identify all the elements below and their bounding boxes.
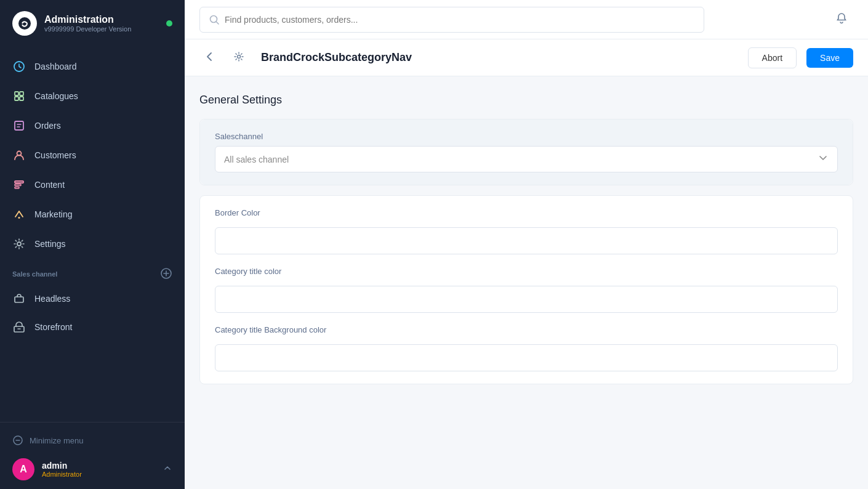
storefront-icon (12, 320, 26, 334)
sidebar-item-customers[interactable]: Customers (0, 140, 185, 170)
abort-button[interactable]: Abort (748, 47, 797, 68)
search-icon (209, 14, 220, 25)
sidebar-item-label: Marketing (34, 209, 72, 219)
sidebar-item-settings[interactable]: Settings (0, 229, 185, 259)
content-icon (12, 178, 26, 192)
sidebar-item-label: Settings (34, 239, 66, 249)
app-logo (12, 11, 37, 36)
svg-point-0 (18, 17, 31, 30)
category-title-bg-color-field: Category title Background color (215, 325, 838, 371)
minimize-label: Minimize menu (30, 436, 83, 445)
sidebar-item-label: Content (34, 180, 65, 190)
minimize-menu-button[interactable]: Minimize menu (12, 431, 172, 450)
svg-point-18 (238, 55, 241, 59)
svg-point-17 (211, 15, 217, 22)
app-version: v9999999 Developer Version (44, 25, 159, 33)
page-settings-button[interactable] (229, 47, 249, 68)
sidebar-nav: Dashboard Catalogues Orders Customers (0, 47, 185, 422)
svg-rect-4 (15, 97, 18, 100)
page-title: BrandCrockSubcategoryNav (261, 51, 738, 64)
category-title-color-input[interactable] (215, 286, 838, 313)
sidebar-item-catalogues[interactable]: Catalogues (0, 81, 185, 111)
sidebar: Administration v9999999 Developer Versio… (0, 0, 185, 489)
user-role: Administrator (42, 471, 155, 478)
search-input[interactable] (225, 15, 695, 25)
topbar (185, 0, 868, 39)
svg-rect-3 (20, 92, 23, 95)
avatar: A (12, 458, 34, 480)
user-info: admin Administrator (42, 461, 155, 478)
chevron-down-icon (818, 153, 829, 166)
svg-rect-10 (15, 187, 19, 189)
dashboard-icon (12, 60, 26, 73)
user-row: A admin Administrator (12, 452, 172, 480)
customers-icon (12, 148, 26, 162)
user-menu-toggle[interactable] (163, 463, 172, 475)
page-header: BrandCrockSubcategoryNav Abort Save (185, 39, 868, 76)
sidebar-header: Administration v9999999 Developer Versio… (0, 0, 185, 47)
save-button[interactable]: Save (806, 48, 853, 68)
sidebar-item-dashboard[interactable]: Dashboard (0, 52, 185, 81)
sales-channel-section-label: Sales channel (0, 259, 185, 285)
logo-icon (17, 16, 32, 31)
border-color-input[interactable] (215, 227, 838, 254)
main-content: BrandCrockSubcategoryNav Abort Save Gene… (185, 0, 868, 489)
general-settings-title: General Settings (199, 94, 853, 107)
topbar-actions (830, 7, 853, 32)
settings-icon (12, 237, 26, 251)
sidebar-footer: Minimize menu A admin Administrator (0, 422, 185, 489)
category-title-bg-color-label: Category title Background color (215, 325, 838, 334)
channel-label: Storefront (34, 322, 72, 332)
add-sales-channel-button[interactable] (160, 267, 172, 281)
user-name: admin (42, 461, 155, 471)
sidebar-item-label: Customers (34, 150, 76, 160)
sidebar-item-headless[interactable]: Headless (0, 285, 185, 313)
border-color-label: Border Color (215, 208, 838, 217)
svg-rect-2 (15, 92, 18, 95)
channel-label: Headless (34, 294, 70, 304)
headless-icon (12, 292, 26, 305)
category-title-color-label: Category title color (215, 267, 838, 276)
sidebar-item-content[interactable]: Content (0, 170, 185, 200)
orders-icon (12, 119, 26, 132)
saleschannel-select[interactable]: All sales channel (215, 146, 838, 172)
category-title-bg-color-input[interactable] (215, 344, 838, 371)
sidebar-item-marketing[interactable]: Marketing (0, 200, 185, 229)
category-title-color-field: Category title color (215, 267, 838, 313)
svg-rect-14 (15, 297, 23, 302)
saleschannel-select-value: All sales channel (224, 155, 289, 164)
sidebar-item-storefront[interactable]: Storefront (0, 313, 185, 341)
app-title: Administration (44, 14, 159, 25)
color-section: Border Color Category title color Catego… (200, 196, 853, 384)
back-button[interactable] (199, 47, 219, 68)
saleschannel-label: Saleschannel (215, 132, 838, 141)
notifications-button[interactable] (830, 7, 853, 32)
svg-point-12 (17, 242, 21, 246)
svg-rect-5 (20, 97, 23, 100)
sidebar-item-orders[interactable]: Orders (0, 111, 185, 140)
page-content: General Settings Saleschannel All sales … (185, 76, 868, 489)
search-bar[interactable] (199, 7, 704, 33)
sidebar-item-label: Dashboard (34, 62, 77, 71)
catalogues-icon (12, 89, 26, 103)
online-indicator (166, 20, 172, 26)
svg-rect-8 (15, 181, 23, 183)
saleschannel-card: Saleschannel All sales channel (199, 119, 853, 185)
color-fields-card: Border Color Category title color Catego… (199, 195, 853, 384)
svg-rect-6 (15, 121, 23, 130)
sidebar-item-label: Catalogues (34, 91, 78, 101)
app-title-block: Administration v9999999 Developer Versio… (44, 14, 159, 33)
svg-rect-9 (15, 184, 21, 186)
marketing-icon (12, 208, 26, 221)
svg-point-11 (18, 217, 20, 219)
saleschannel-section: Saleschannel All sales channel (200, 119, 853, 185)
sidebar-item-label: Orders (34, 121, 61, 131)
border-color-field: Border Color (215, 208, 838, 254)
